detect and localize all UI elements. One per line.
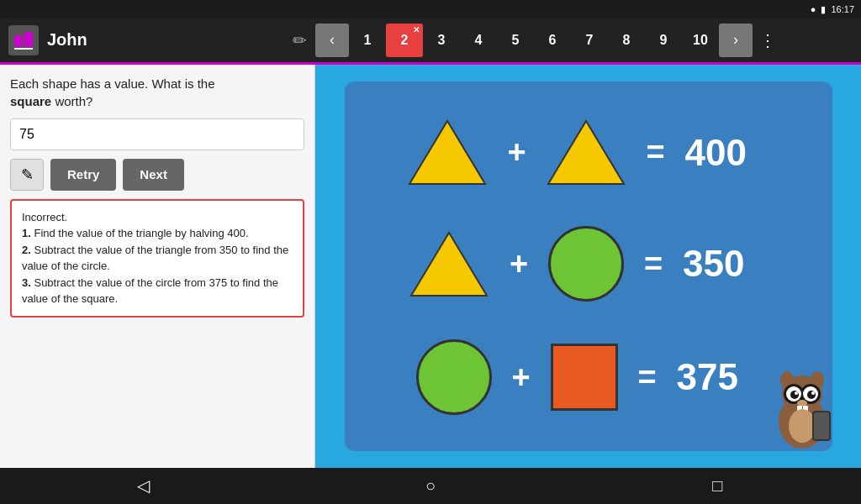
svg-rect-23 xyxy=(814,412,829,439)
circle-shape-1 xyxy=(548,226,624,302)
squirrel-mascot xyxy=(760,350,844,451)
battery-icon: ▮ xyxy=(821,4,826,15)
bottom-nav: ◁ ○ □ xyxy=(0,468,861,504)
svg-point-15 xyxy=(807,391,816,399)
puzzle-area: + = 400 + = 350 xyxy=(345,81,832,451)
tab-9[interactable]: 9 xyxy=(645,24,682,57)
equals-symbol-3: = xyxy=(635,360,660,396)
tab-8[interactable]: 8 xyxy=(608,24,645,57)
question-tabs: ‹ 1 2 ✕ 3 4 5 6 7 8 9 10 › ⋮ xyxy=(315,24,861,57)
equals-symbol-1: = xyxy=(643,134,668,171)
svg-marker-3 xyxy=(409,121,485,184)
right-panel: + = 400 + = 350 xyxy=(315,65,861,468)
svg-point-18 xyxy=(797,400,807,407)
home-button[interactable]: ○ xyxy=(414,469,447,502)
equation-value-2: 350 xyxy=(683,243,767,285)
recents-button[interactable]: □ xyxy=(700,469,734,502)
prev-arrow[interactable]: ‹ xyxy=(315,24,349,57)
equation-row-2: + = 350 xyxy=(370,226,807,302)
triangle-shape-2 xyxy=(547,117,626,188)
svg-point-21 xyxy=(789,409,816,443)
svg-marker-5 xyxy=(411,233,487,296)
action-buttons: ✎ Retry Next xyxy=(10,159,304,191)
feedback-step-3: 3. Subtract the value of the circle from… xyxy=(22,275,293,307)
triangle-shape-1 xyxy=(408,117,488,188)
equation-row-1: + = 400 xyxy=(370,117,807,188)
svg-point-17 xyxy=(811,391,815,395)
equation-value-1: 400 xyxy=(685,132,769,174)
time-display: 16:17 xyxy=(831,4,854,14)
edit-button[interactable]: ✎ xyxy=(10,159,44,191)
equation-row-3: + = 375 xyxy=(370,339,807,415)
feedback-title: Incorrect. xyxy=(22,209,293,226)
back-button[interactable]: ◁ xyxy=(127,469,161,502)
retry-button[interactable]: Retry xyxy=(50,159,116,191)
nav-bar: John ✏ ‹ 1 2 ✕ 3 4 5 6 7 8 9 10 › ⋮ xyxy=(0,18,861,65)
next-button[interactable]: Next xyxy=(123,159,184,191)
wifi-icon: ● xyxy=(811,4,816,14)
left-panel: Each shape has a value. What is the squa… xyxy=(0,65,315,468)
feedback-box: Incorrect. 1. Find the value of the tria… xyxy=(10,199,304,318)
feedback-step-1: 1. Find the value of the triangle by hal… xyxy=(22,225,293,242)
square-shape-1 xyxy=(551,344,618,411)
feedback-step-2: 2. Subtract the value of the triangle fr… xyxy=(22,242,293,275)
tab-2[interactable]: 2 ✕ xyxy=(386,24,423,57)
svg-point-14 xyxy=(790,391,799,399)
circle-shape-2 xyxy=(416,339,492,415)
svg-marker-4 xyxy=(548,121,624,184)
tab-6[interactable]: 6 xyxy=(534,24,571,57)
nav-left: John ✏ xyxy=(0,25,315,55)
svg-point-16 xyxy=(795,391,798,395)
app-icon xyxy=(8,25,39,55)
tab-x-icon: ✕ xyxy=(413,25,420,34)
plus-symbol-3: + xyxy=(509,360,534,396)
tab-5[interactable]: 5 xyxy=(497,24,534,57)
triangle-shape-3 xyxy=(409,228,489,300)
edit-icon[interactable]: ✏ xyxy=(293,30,307,50)
question-keyword: square xyxy=(10,94,51,108)
next-arrow[interactable]: › xyxy=(719,24,753,57)
equation-value-3: 375 xyxy=(677,356,761,398)
tab-10[interactable]: 10 xyxy=(682,24,719,57)
answer-input[interactable] xyxy=(10,118,304,150)
plus-symbol-2: + xyxy=(506,246,531,282)
tab-4[interactable]: 4 xyxy=(460,24,497,57)
more-menu-icon[interactable]: ⋮ xyxy=(753,24,783,57)
question-text: Each shape has a value. What is the squa… xyxy=(10,75,304,110)
status-bar: ● ▮ 16:17 xyxy=(0,0,861,18)
svg-rect-1 xyxy=(24,32,33,47)
tab-3[interactable]: 3 xyxy=(423,24,460,57)
svg-rect-0 xyxy=(14,35,23,47)
plus-symbol-1: + xyxy=(504,134,530,171)
main-content: Each shape has a value. What is the squa… xyxy=(0,65,861,468)
tab-7[interactable]: 7 xyxy=(571,24,608,57)
user-name: John xyxy=(47,30,284,50)
tab-1[interactable]: 1 xyxy=(349,24,386,57)
equals-symbol-2: = xyxy=(641,246,666,282)
